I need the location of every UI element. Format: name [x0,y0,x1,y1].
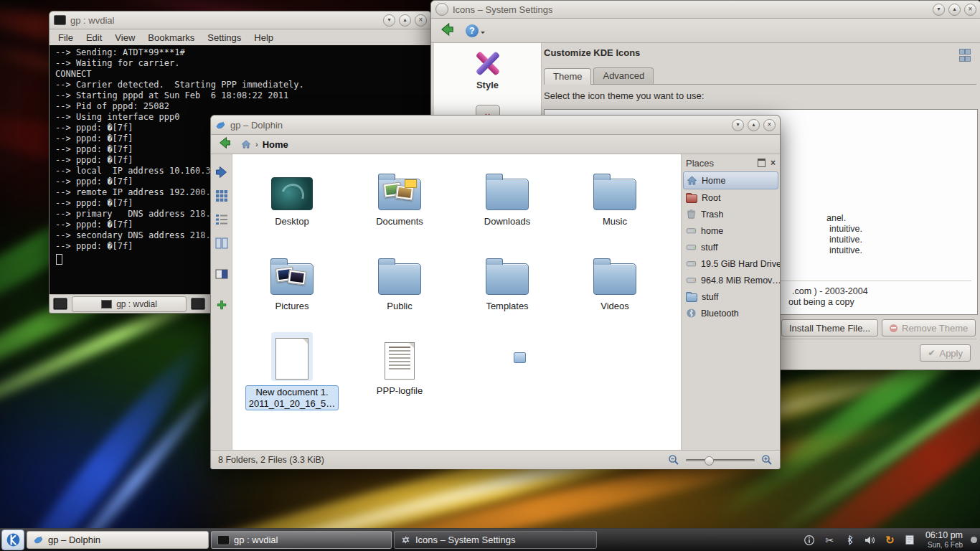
forward-button[interactable] [214,164,230,180]
minimize-button[interactable] [732,119,744,131]
hard-drive-icon [686,225,697,236]
file-item-new-document[interactable]: New document 1. 2011_01_20_16_5… [238,328,346,424]
document-tray-icon[interactable] [904,534,916,546]
places-item-stuff-partition[interactable]: stuff [682,239,780,255]
close-panel-icon[interactable] [771,159,776,167]
plus-icon [216,299,227,311]
menu-view[interactable]: View [115,32,135,43]
add-button[interactable] [214,297,230,313]
folder-icon [486,179,529,210]
menu-help[interactable]: Help [254,32,273,43]
page-title: Customize KDE Icons [544,47,640,58]
icons-view-button[interactable] [214,188,230,204]
menu-edit[interactable]: Edit [86,32,102,43]
folder-view[interactable]: Desktop Documents Downloads [232,154,682,450]
details-view-button[interactable] [214,212,230,227]
maximize-button[interactable] [948,4,961,16]
new-tab-icon[interactable] [53,298,67,310]
folder-icon [378,263,421,295]
close-button[interactable] [964,4,976,16]
file-item-downloads[interactable]: Downloads [453,159,561,243]
file-item-public[interactable]: Public [346,243,453,328]
places-title: Places [686,158,714,169]
terminal-titlebar[interactable]: gp : wvdial [50,11,431,29]
folder-icon [593,179,636,210]
file-item-videos[interactable]: Videos [561,243,669,328]
settings-tabs: Theme Advanced [544,67,976,85]
menu-settings[interactable]: Settings [207,32,241,43]
remove-theme-button[interactable]: Remove Theme [882,319,976,336]
tab-theme[interactable]: Theme [544,68,591,85]
breadcrumb: Home [241,139,288,150]
minimize-button[interactable] [933,4,945,16]
folder-icon [593,263,636,295]
zoom-out-icon[interactable] [668,454,679,466]
task-dolphin[interactable]: gp – Dolphin [27,531,209,549]
home-icon[interactable] [241,139,251,149]
places-item-root[interactable]: Root [682,189,780,206]
dolphin-titlebar[interactable]: gp – Dolphin [211,116,780,135]
file-item-desktop[interactable]: Desktop [238,159,346,243]
maximize-button[interactable] [399,14,411,27]
columns-view-button[interactable] [214,235,230,251]
back-arrow-icon [438,21,456,38]
split-view-button[interactable] [214,266,230,282]
module-item-style[interactable]: Style [434,43,541,90]
breadcrumb-home[interactable]: Home [263,139,288,150]
file-item-ppp-logfile[interactable]: PPP-logfile [346,328,453,424]
file-item-documents[interactable]: Documents [346,159,453,243]
menu-file[interactable]: File [58,32,73,43]
bluetooth-icon [686,308,697,319]
blank-file-icon [275,338,308,380]
task-wvdial[interactable]: gp : wvdial [211,531,392,549]
places-item-trash[interactable]: Trash [682,206,780,222]
slider-handle[interactable] [705,456,714,466]
update-notifier-icon[interactable] [884,534,896,546]
places-item-home-partition[interactable]: home [682,222,780,239]
install-theme-button[interactable]: Install Theme File... [781,319,878,336]
panel-clock[interactable]: 06:10 pm Sun, 6 Feb [925,530,963,550]
kde-logo-icon [6,532,21,547]
panel-cashew[interactable] [969,530,979,550]
places-item-bluetooth[interactable]: Bluetooth [682,305,780,321]
places-item-hard-drive[interactable]: 19.5 GiB Hard Drive [682,255,780,272]
volume-icon[interactable] [864,534,876,546]
task-system-settings[interactable]: Icons – System Settings [394,531,597,549]
settings-titlebar[interactable]: Icons – System Settings [431,1,980,19]
kde-menu-button[interactable] [1,529,24,550]
slider-groove[interactable] [686,459,755,461]
menu-bookmarks[interactable]: Bookmarks [148,32,194,43]
zoom-in-icon[interactable] [761,454,773,466]
file-item-music[interactable]: Music [561,159,669,243]
close-button[interactable] [763,119,776,131]
places-item-removable[interactable]: 964.8 MiB Remov… [682,272,780,288]
float-panel-icon[interactable] [758,159,765,167]
overview-icon[interactable] [959,49,969,62]
file-item-templates[interactable]: Templates [453,243,561,328]
home-icon [687,175,697,186]
gear-icon [400,535,411,545]
help-button[interactable] [466,24,479,37]
back-button[interactable] [217,135,232,154]
notifications-icon[interactable] [804,534,816,546]
bluetooth-tray-icon[interactable] [844,534,856,546]
places-item-home[interactable]: Home [683,171,778,189]
file-item-pictures[interactable]: Pictures [238,243,346,328]
maximize-button[interactable] [748,119,760,131]
klipper-icon[interactable] [824,534,836,546]
clock-time: 06:10 pm [925,530,963,541]
theme-description-fragment: anel. [826,213,846,223]
places-item-stuff-folder[interactable]: stuff [682,288,780,305]
terminal-tab[interactable]: gp : wvdial [72,296,187,312]
terminal-menubar: File Edit View Bookmarks Settings Help [50,29,431,45]
minimize-button[interactable] [383,14,395,27]
tab-list-icon[interactable] [191,298,205,310]
back-button[interactable] [438,21,456,41]
close-button[interactable] [415,14,427,27]
window-menu-button[interactable] [435,3,448,16]
apply-button[interactable]: Apply [920,344,971,362]
zoom-slider[interactable] [686,456,755,465]
dolphin-window: gp – Dolphin Home [210,115,781,469]
tab-advanced[interactable]: Advanced [593,67,654,84]
split-view-icon [215,268,228,281]
